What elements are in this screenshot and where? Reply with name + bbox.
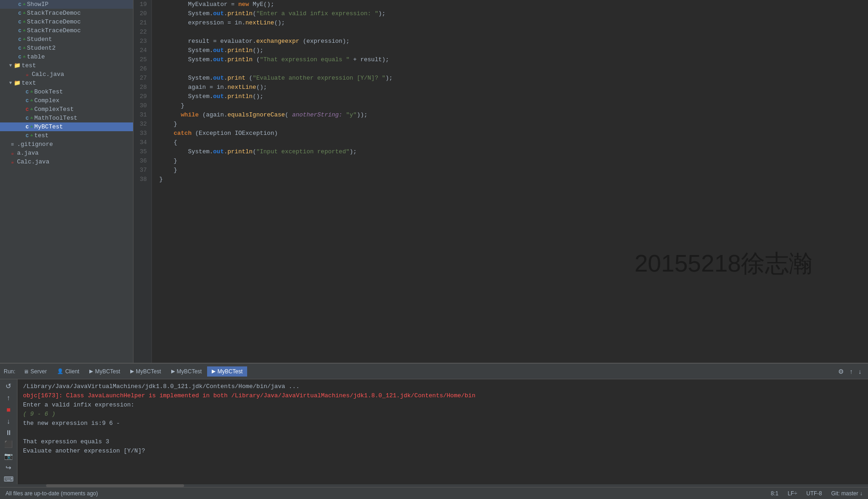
tab-mybctest3[interactable]: ▶ MyBCTest (167, 366, 207, 377)
gear-button[interactable]: ⚙ (835, 367, 847, 376)
sidebar-item-label: Student2 (27, 45, 55, 52)
code-container: 19 20 21 22 23 24 25 26 27 28 29 30 31 3… (133, 0, 868, 363)
class-icon: C (17, 11, 23, 16)
code-line-24: System.out.println(); (159, 46, 868, 55)
sidebar-item-test-folder[interactable]: ▼ 📁 test (0, 61, 133, 70)
sidebar-item-label: a.java (17, 150, 39, 157)
sidebar-item-stacktrace3[interactable]: C ☘ StackTraceDemoc (0, 26, 133, 35)
wrap-button[interactable]: ⌨ (2, 475, 15, 484)
code-line-19: MyEvaluator = new MyE(); (159, 0, 868, 9)
scroll-down-button[interactable]: ↓ (2, 416, 15, 426)
sidebar-item-label: text (22, 80, 36, 87)
ln-20: 20 (135, 9, 150, 18)
code-line-28: again = in.nextLine(); (159, 83, 868, 92)
console-output[interactable]: /Library/Java/JavaVirtualMachines/jdk1.8… (17, 379, 868, 484)
sidebar-item-label: Calc.java (17, 158, 49, 165)
sidebar-item-stacktrace1[interactable]: C ☘ StackTraceDemoc (0, 9, 133, 17)
sidebar-item-student2[interactable]: C ☘ Student2 (0, 44, 133, 52)
sidebar: C ☘ ShowIP C ☘ StackTraceDemoc C ☘ Stack… (0, 0, 133, 363)
status-position: 8:1 (771, 490, 779, 497)
bean-icon: ☘ (30, 98, 33, 103)
ln-38: 38 (135, 175, 150, 184)
code-editor[interactable]: MyEvaluator = new MyE(); System.out.prin… (152, 0, 868, 363)
sidebar-item-label: MyBCTest (34, 123, 63, 130)
file-icon: ≡ (9, 142, 16, 147)
code-line-35: System.out.println("Input exception repo… (159, 147, 868, 157)
sidebar-item-stacktrace2[interactable]: C ☘ StackTraceDemoc (0, 17, 133, 26)
bean-icon: ☘ (23, 37, 25, 42)
stop-button[interactable]: ■ (2, 405, 15, 414)
status-bar: All files are up-to-date (moments ago) 8… (0, 487, 868, 499)
bean-icon: ☘ (23, 46, 25, 51)
class-icon: C (17, 54, 23, 60)
sidebar-item-label: test (22, 62, 36, 69)
code-line-33: catch (Exception IOException) (159, 129, 868, 138)
status-lf: LF÷ (787, 490, 797, 497)
sidebar-item-label: Calc.java (32, 71, 64, 78)
sidebar-item-mybctest[interactable]: C ☘ MyBCTest (0, 122, 133, 131)
tab-mybctest2-label: MyBCTest (136, 368, 161, 375)
code-line-32: } (159, 120, 868, 129)
folder-icon: 📁 (14, 62, 20, 69)
class-icon: C (17, 2, 23, 7)
sidebar-item-complex[interactable]: C ☘ Complex (0, 96, 133, 105)
run-icon-1: ▶ (89, 368, 93, 374)
scroll-up-button[interactable]: ↑ (2, 393, 15, 402)
sidebar-item-student[interactable]: C ☘ Student (0, 35, 133, 44)
ln-34: 34 (135, 138, 150, 147)
sidebar-item-gitignore[interactable]: ≡ .gitignore (0, 140, 133, 149)
console-line-6 (23, 428, 862, 437)
sidebar-item-label: BookTest (34, 88, 63, 95)
pause-button[interactable]: ⏸ (2, 428, 15, 437)
ln-19: 19 (135, 0, 150, 9)
class-icon: C (24, 107, 30, 112)
code-line-20: System.out.println("Enter a valid infix … (159, 9, 868, 18)
console-line-8: Evaluate another expression [Y/N]? (23, 447, 862, 456)
ln-30: 30 (135, 101, 150, 110)
sidebar-item-complextest[interactable]: C ☘ ComplexTest (0, 105, 133, 114)
sidebar-item-table[interactable]: C ☘ table (0, 52, 133, 61)
code-line-38: } (159, 175, 868, 184)
forward-button[interactable]: ↪ (2, 463, 15, 472)
console-line-2: objc[1673]: Class JavaLaunchHelper is im… (23, 391, 862, 400)
status-git-branch: Git: master ↓ (831, 490, 862, 497)
class-icon: C (17, 28, 23, 34)
scrollbar-thumb[interactable] (46, 484, 184, 487)
code-line-26 (159, 64, 868, 74)
tab-mybctest2[interactable]: ▶ MyBCTest (126, 366, 166, 377)
sidebar-item-label: ComplexTest (34, 106, 74, 113)
code-line-34: { (159, 138, 868, 147)
tab-mybctest1[interactable]: ▶ MyBCTest (85, 366, 125, 377)
sidebar-item-mathtooltest[interactable]: C ☘ MathToolTest (0, 114, 133, 122)
sidebar-item-label: Complex (34, 97, 59, 104)
status-encoding: UTF-8 (806, 490, 822, 497)
arrow-down-button[interactable]: ↓ (856, 367, 864, 376)
camera-button[interactable]: 📷 (2, 451, 15, 461)
ln-25: 25 (135, 55, 150, 64)
sidebar-item-a-java[interactable]: ☕ a.java (0, 149, 133, 157)
sidebar-item-test-class[interactable]: C ☘ test (0, 131, 133, 140)
ln-29: 29 (135, 92, 150, 101)
tab-mybctest4[interactable]: ▶ MyBCTest (207, 366, 247, 377)
sidebar-item-calc-root[interactable]: ☕ Calc.java (0, 157, 133, 166)
bean-icon: ☘ (30, 116, 33, 121)
arrow-up-button[interactable]: ↑ (847, 367, 856, 376)
folder-icon: 📁 (14, 80, 20, 87)
bean-icon: ☘ (30, 124, 33, 129)
sidebar-item-label: test (34, 132, 48, 139)
client-icon: 👤 (57, 368, 64, 374)
tab-server[interactable]: 🖥 Server (19, 366, 51, 377)
bean-icon: ☘ (30, 133, 33, 138)
sidebar-item-text-folder[interactable]: ▼ 📁 text (0, 79, 133, 87)
ln-31: 31 (135, 110, 150, 120)
restart-button[interactable]: ↺ (2, 381, 15, 391)
ln-23: 23 (135, 37, 150, 46)
dump-button[interactable]: ⬛ (2, 440, 15, 449)
ln-36: 36 (135, 157, 150, 166)
ln-27: 27 (135, 74, 150, 83)
sidebar-item-showip[interactable]: C ☘ ShowIP (0, 0, 133, 9)
tab-client[interactable]: 👤 Client (52, 366, 84, 377)
sidebar-item-booktest[interactable]: C ☘ BookTest (0, 87, 133, 96)
sidebar-item-calc-java[interactable]: ☕ Calc.java (0, 70, 133, 79)
class-icon: C (24, 133, 30, 139)
